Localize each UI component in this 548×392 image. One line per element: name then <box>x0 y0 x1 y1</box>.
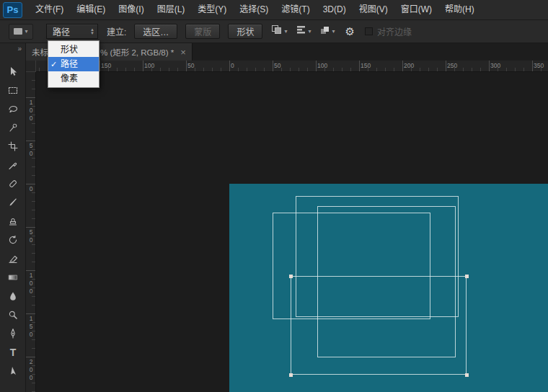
rectangle-tool-icon <box>14 28 22 35</box>
align-edges-checkbox[interactable] <box>365 27 373 35</box>
menubar-item[interactable]: 图像(I) <box>112 0 150 19</box>
ruler-label: 50 <box>187 62 194 69</box>
ruler-label: 50 <box>27 142 35 158</box>
tool-list: T <box>0 62 25 380</box>
ruler-label: 0 <box>27 185 35 193</box>
tab-title-fragment: 未标 <box>32 46 48 58</box>
ruler-label: 350 <box>534 62 544 69</box>
quick-selection-tool[interactable] <box>0 118 26 137</box>
selected-path-rectangle[interactable] <box>291 276 467 375</box>
mode-menu-item-label: 像素 <box>61 74 78 84</box>
menubar-item[interactable]: 窗口(W) <box>394 0 438 19</box>
canvas-pasteboard[interactable] <box>36 72 548 392</box>
select-arrows-icon: ▲▼ <box>90 28 94 35</box>
geometry-options-button[interactable]: ⚙ <box>345 25 354 38</box>
pen-tool[interactable] <box>0 324 26 343</box>
tool-mode-dropdown-menu: 形状✓路径像素 <box>48 40 100 88</box>
path-arrangement-button[interactable]: ▾ <box>319 25 335 38</box>
crop-tool[interactable] <box>0 137 26 156</box>
mode-menu-item-label: 路径 <box>61 59 78 69</box>
align-edges-option: 对齐边缘 <box>365 25 412 37</box>
blur-tool[interactable] <box>0 287 26 306</box>
menubar-item[interactable]: 编辑(E) <box>70 0 112 19</box>
ruler-label: 200 <box>404 62 414 69</box>
clone-stamp-tool[interactable] <box>0 212 26 231</box>
healing-brush-tool[interactable] <box>0 174 26 193</box>
make-selection-button[interactable]: 选区… <box>134 24 177 39</box>
mode-menu-item-label: 形状 <box>61 45 78 55</box>
ruler-label: 100 <box>144 62 154 69</box>
gear-icon: ⚙ <box>345 25 354 38</box>
tools-panel: » T <box>0 43 26 392</box>
menubar-item[interactable]: 类型(Y) <box>191 0 233 19</box>
path-operations-icon <box>271 24 283 38</box>
menu-items: 文件(F)编辑(E)图像(I)图层(L)类型(Y)选择(S)滤镜(T)3D(D)… <box>29 0 481 19</box>
tab-title-fragment: % (矩形 2, RGB/8) * <box>100 46 174 58</box>
ruler-label: 200 <box>27 358 35 382</box>
horizontal-ruler[interactable]: 15010050050100150200250300350 <box>36 61 548 72</box>
menubar-item[interactable]: 选择(S) <box>233 0 275 19</box>
caret-down-icon: ▾ <box>25 29 27 35</box>
mode-menu-item[interactable]: 像素 <box>48 71 99 86</box>
ruler-label: 0 <box>231 62 234 69</box>
ruler-origin-corner[interactable] <box>26 61 36 72</box>
tool-mode-value: 路径 <box>53 25 70 37</box>
ruler-label: 300 <box>490 62 500 69</box>
path-operations-button[interactable]: ▾ <box>271 24 287 38</box>
type-tool-icon: T <box>10 347 17 358</box>
lasso-tool[interactable] <box>0 99 26 118</box>
app-logo-icon: Ps <box>3 2 22 18</box>
document-tab-bar: 未标 % (矩形 2, RGB/8) * × <box>26 43 548 61</box>
menubar-item[interactable]: 3D(D) <box>317 0 353 19</box>
checkmark-icon: ✓ <box>50 57 57 71</box>
align-edges-label: 对齐边缘 <box>377 25 412 37</box>
ruler-label: 50 <box>274 62 280 69</box>
path-alignment-icon <box>296 24 306 38</box>
ruler-label: 50 <box>27 228 35 244</box>
menubar-item[interactable]: 文件(F) <box>29 0 70 19</box>
menu-bar: Ps 文件(F)编辑(E)图像(I)图层(L)类型(Y)选择(S)滤镜(T)3D… <box>0 0 548 20</box>
ruler-label: 250 <box>447 62 457 69</box>
move-tool[interactable] <box>0 62 26 81</box>
anchor-point[interactable] <box>289 275 293 278</box>
ruler-label: 150 <box>101 62 111 69</box>
ruler-label: 150 <box>361 62 371 69</box>
tab-close-button[interactable]: × <box>180 47 186 58</box>
menubar-item[interactable]: 图层(L) <box>151 0 192 19</box>
type-tool[interactable]: T <box>0 343 26 362</box>
document-canvas[interactable] <box>229 184 548 392</box>
make-mask-button[interactable]: 蒙版 <box>185 24 220 39</box>
make-shape-button[interactable]: 形状 <box>228 24 262 39</box>
ruler-label: 100 <box>317 62 327 69</box>
ruler-label: 150 <box>27 315 35 339</box>
photoshop-window: Ps 文件(F)编辑(E)图像(I)图层(L)类型(Y)选择(S)滤镜(T)3D… <box>0 0 548 392</box>
path-selection-tool[interactable] <box>0 362 26 380</box>
anchor-point[interactable] <box>465 275 469 278</box>
caret-down-icon: ▾ <box>284 29 287 35</box>
make-label: 建立: <box>107 25 126 37</box>
eyedropper-tool[interactable] <box>0 156 26 174</box>
dodge-tool[interactable] <box>0 306 26 324</box>
menubar-item[interactable]: 视图(V) <box>353 0 394 19</box>
tool-mode-select[interactable]: 路径 ▲▼ <box>46 24 98 39</box>
anchor-point[interactable] <box>465 373 469 377</box>
ruler-label: 100 <box>27 272 35 295</box>
tool-preset-picker[interactable]: ▾ <box>9 24 33 40</box>
mode-menu-item[interactable]: ✓路径 <box>48 57 99 71</box>
vertical-ruler[interactable]: 10050050100150200 <box>26 72 36 392</box>
menubar-item[interactable]: 帮助(H) <box>438 0 481 19</box>
caret-down-icon: ▾ <box>332 29 335 35</box>
eraser-tool[interactable] <box>0 249 26 268</box>
gradient-tool[interactable] <box>0 268 26 287</box>
path-arrangement-icon <box>319 25 330 38</box>
toolbar-collapse-button[interactable]: » <box>0 43 25 53</box>
caret-down-icon: ▾ <box>308 29 311 35</box>
ruler-label: 100 <box>27 99 35 122</box>
path-alignment-button[interactable]: ▾ <box>296 24 311 38</box>
brush-tool[interactable] <box>0 193 26 212</box>
mode-menu-item[interactable]: 形状 <box>48 43 99 57</box>
marquee-tool[interactable] <box>0 81 26 99</box>
history-brush-tool[interactable] <box>0 231 26 249</box>
menubar-item[interactable]: 滤镜(T) <box>275 0 316 19</box>
anchor-point[interactable] <box>289 373 293 377</box>
